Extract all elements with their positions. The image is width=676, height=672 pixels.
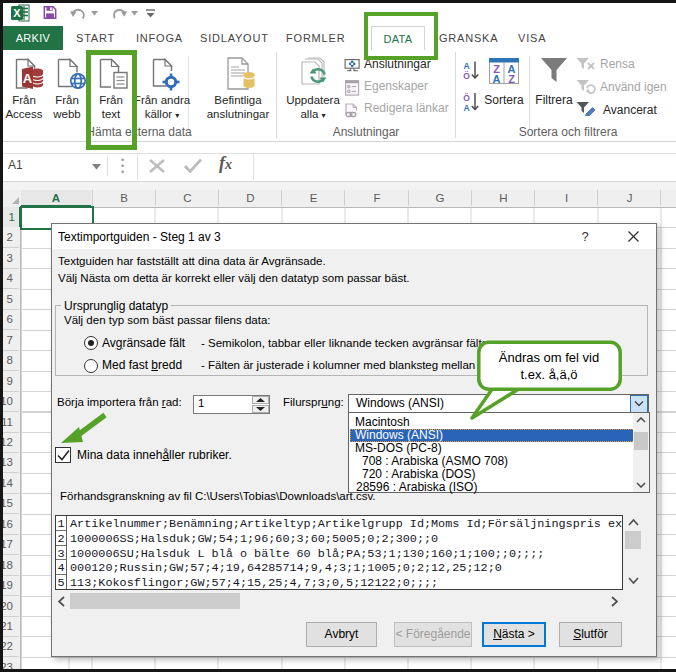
svg-text:X: X [13, 7, 21, 19]
svg-text:Ö: Ö [463, 93, 470, 103]
svg-text:A: A [493, 73, 501, 85]
svg-text:Z: Z [508, 73, 515, 85]
svg-text:A: A [463, 61, 469, 71]
svg-text:Ö: Ö [463, 71, 470, 81]
svg-text:A: A [463, 103, 469, 113]
svg-text:A: A [23, 71, 33, 86]
